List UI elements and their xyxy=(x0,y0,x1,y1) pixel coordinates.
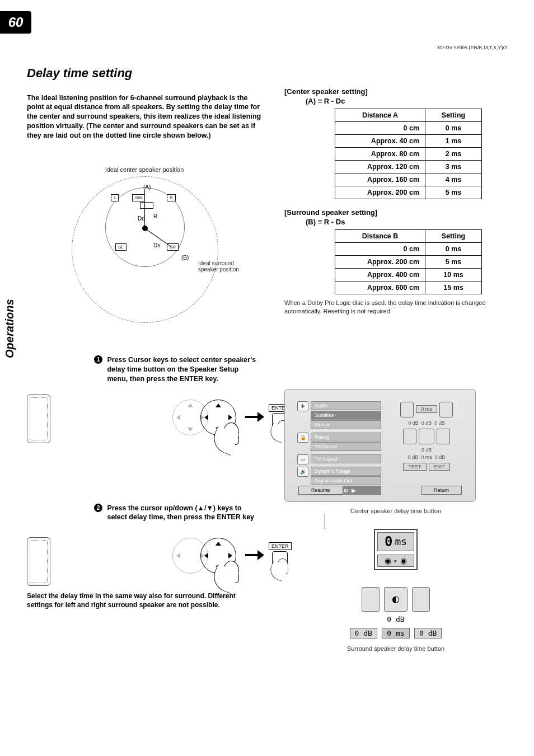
enter-button-icon xyxy=(272,551,288,567)
th-distance-b: Distance B xyxy=(335,230,425,243)
diagram-top-caption: Ideal center speaker position xyxy=(27,166,262,173)
remote-illustration-2 xyxy=(27,537,50,586)
label-ds: Ds xyxy=(153,242,160,248)
arrow-dc xyxy=(144,190,145,227)
screenshot-caption-2: Surround speaker delay time button xyxy=(284,645,507,652)
label-dc: Dc xyxy=(138,215,144,222)
th-setting-b: Setting xyxy=(425,230,482,243)
speaker-setup-panel: 0 ms 0 dB 0 dB 0 dB 0 dB 0 dB 0 ms 0 dB … xyxy=(390,401,463,473)
arrow-right-icon xyxy=(245,550,264,560)
menu-item: Menus xyxy=(311,420,381,429)
th-setting-a: Setting xyxy=(425,109,482,122)
center-delay-closeup: 0ms ◉ ∘ ◉ xyxy=(374,529,418,570)
section-side-label: Operations xyxy=(3,299,16,358)
center-delay-value: 0 ms xyxy=(416,405,437,413)
doc-header-code: XD-DV series (EN/K,M,T,X,Y)/2 xyxy=(437,45,507,50)
resume-button: Resume xyxy=(298,486,343,495)
dpad-illustration-1: ENTER xyxy=(172,392,296,442)
surround-formula: (B) = R - Ds xyxy=(306,218,507,226)
screenshot-caption-1: Center speaker delay time button xyxy=(284,508,507,514)
lock-icon: 🔒 xyxy=(297,433,308,443)
test-button: TEST xyxy=(403,463,426,471)
center-formula: (A) = R - Dc xyxy=(306,97,507,105)
diagram-side-caption: Ideal surround speaker position xyxy=(198,260,243,273)
table-row: Approx. 80 cm2 ms xyxy=(335,148,482,161)
table-row: Approx. 200 cm5 ms xyxy=(335,186,482,199)
table-row: 0 cm0 ms xyxy=(335,122,482,135)
menu-item: Digital Audio Out xyxy=(311,476,381,485)
arrow-right-icon xyxy=(245,412,264,422)
speaker-sl: SL xyxy=(115,243,127,251)
osd-screenshot: ✚ Audio Subtitles Menus 🔒 Rating Passwor… xyxy=(284,389,476,502)
step-1-text: Press Cursor keys to select center speak… xyxy=(107,355,258,384)
step-number-2: 2 xyxy=(94,504,102,512)
table-row: 0 cm0 ms xyxy=(335,243,482,256)
dpad-illustration-2: ENTER xyxy=(172,530,296,580)
exit-button: EXIT xyxy=(429,463,450,471)
label-r-radius: R xyxy=(153,213,157,219)
surround-delay-table: Distance BSetting 0 cm0 ms Approx. 200 c… xyxy=(335,229,482,294)
thumb-icon xyxy=(223,422,239,445)
step-2-text: Press the cursor up/down (▲/▼) keys to s… xyxy=(107,504,258,523)
th-distance-a: Distance A xyxy=(335,109,425,122)
label-b: (B) xyxy=(181,255,189,261)
speaker-layout-diagram: L SW R SL SR (A) Dc R Ds (B) Ideal surro… xyxy=(55,176,234,322)
speaker-sw: SW xyxy=(132,194,145,201)
globe-icon: ✚ xyxy=(297,401,308,411)
center-db-value: 0 dB xyxy=(284,615,507,623)
intro-paragraph: The ideal listening position for 6-chann… xyxy=(27,93,262,140)
dolby-note: When a Dolby Pro Logic disc is used, the… xyxy=(284,299,507,316)
enter-key-label-2: ENTER xyxy=(269,542,292,550)
menu-item: Password xyxy=(311,442,381,451)
speaker-l: L xyxy=(111,194,119,201)
page-title: Delay time setting xyxy=(27,66,507,81)
tv-icon: ▭ xyxy=(297,454,308,464)
surround-section-heading: [Surround speaker setting] xyxy=(284,208,507,217)
table-row: Approx. 40 cm1 ms xyxy=(335,135,482,148)
center-delay-table: Distance ASetting 0 cm0 ms Approx. 40 cm… xyxy=(335,109,482,199)
footnote-text: Select the delay time in the same way al… xyxy=(27,591,262,609)
speaker-icon: 🔊 xyxy=(297,467,308,477)
thumb-icon xyxy=(223,561,239,583)
menu-item: Dynamic Range xyxy=(311,467,381,476)
menu-item: Audio xyxy=(311,401,381,410)
speaker-r: R xyxy=(167,194,176,201)
table-row: Approx. 120 cm3 ms xyxy=(335,161,482,173)
remote-illustration-1 xyxy=(27,395,50,443)
center-section-heading: [Center speaker setting] xyxy=(284,87,507,96)
page-number-tab: 60 xyxy=(0,11,31,34)
menu-item: Rating xyxy=(311,433,381,442)
sl-db-value: 0 dB xyxy=(350,628,377,638)
return-button: Return xyxy=(421,486,462,495)
surround-delay-closeup: ◐ 0 dB 0 dB 0 ms 0 dB xyxy=(284,586,507,640)
table-row: Approx. 400 cm10 ms xyxy=(335,269,482,281)
surround-delay-value: 0 ms xyxy=(382,628,409,638)
menu-item: Subtitles xyxy=(311,411,381,420)
sr-db-value: 0 dB xyxy=(414,628,442,638)
table-row: Approx. 160 cm4 ms xyxy=(335,173,482,186)
speaker-center-icon xyxy=(140,202,153,209)
menu-item: TV Aspect xyxy=(311,454,381,463)
table-row: Approx. 200 cm5 ms xyxy=(335,256,482,269)
leader-line xyxy=(325,514,507,529)
step-number-1: 1 xyxy=(94,355,102,364)
table-row: Approx. 600 cm15 ms xyxy=(335,281,482,294)
